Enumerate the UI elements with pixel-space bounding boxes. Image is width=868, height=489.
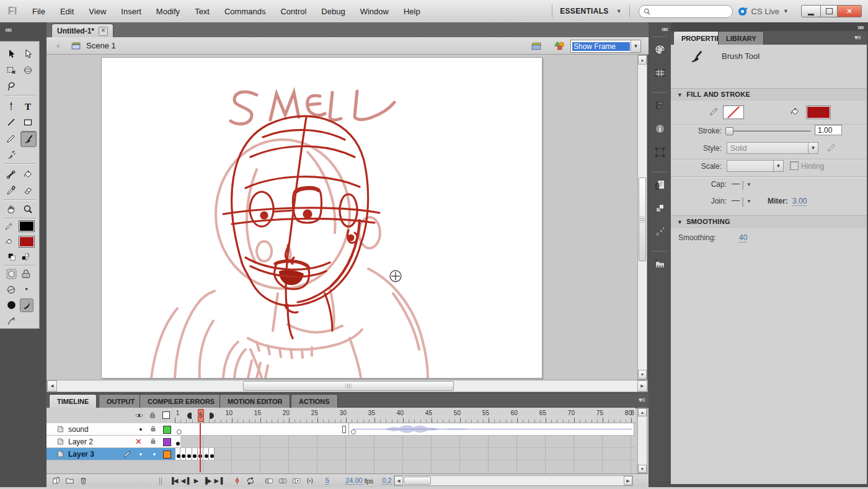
menu-insert[interactable]: Insert — [113, 1, 149, 22]
stage-zoom-select[interactable]: Show Frame ▼ — [570, 40, 641, 53]
layer-row-layer-2[interactable]: Layer 2✕ — [46, 436, 175, 448]
step-back-button[interactable]: ◀▐ — [179, 476, 190, 486]
onion-skin-icon[interactable] — [262, 475, 276, 487]
transform-panel-icon[interactable] — [652, 144, 668, 160]
lasso-tool[interactable] — [4, 79, 19, 94]
panel-menu-icon[interactable]: ▾≡ — [639, 396, 645, 404]
stroke-slider[interactable] — [727, 130, 811, 132]
smoothing-value[interactable]: 40 — [739, 233, 747, 243]
scroll-left-icon[interactable]: ◀ — [394, 476, 403, 485]
restore-button[interactable] — [821, 5, 838, 17]
play-button[interactable]: ▶ — [190, 476, 202, 486]
layer-lock-icon[interactable] — [149, 425, 157, 433]
outline-all-layers-icon[interactable] — [162, 411, 170, 419]
object-drawing-toggle[interactable] — [6, 269, 17, 279]
hinting-checkbox[interactable] — [790, 161, 799, 170]
info-panel-icon[interactable]: i — [652, 120, 668, 137]
text-tool[interactable]: T — [20, 99, 35, 114]
keyframe-cell-3[interactable] — [186, 448, 192, 460]
panel-menu-icon[interactable]: ▾≡ — [854, 34, 861, 42]
delete-layer-trash-icon[interactable] — [76, 475, 90, 487]
menu-window[interactable]: Window — [353, 1, 396, 22]
breadcrumb-scene[interactable]: Scene 1 — [86, 41, 116, 50]
chevron-down-icon[interactable]: ▼ — [746, 182, 751, 187]
bone-tool[interactable] — [4, 167, 19, 182]
pen-tool[interactable] — [4, 99, 19, 114]
layer-outline-color-swatch[interactable] — [163, 426, 171, 434]
horizontal-scroll-thumb[interactable] — [404, 477, 431, 485]
free-transform-tool[interactable] — [4, 63, 19, 78]
align-panel-icon[interactable] — [652, 97, 668, 113]
layer-name[interactable]: Layer 3 — [68, 450, 94, 459]
layer-hidden-x-icon[interactable]: ✕ — [135, 437, 142, 446]
swap-colors-button[interactable] — [21, 253, 30, 261]
frames-sound[interactable] — [175, 423, 636, 436]
snap-to-objects-toggle[interactable] — [6, 285, 16, 295]
scroll-down-icon[interactable]: ▼ — [638, 465, 647, 473]
scroll-right-icon[interactable]: ▶ — [624, 476, 632, 485]
edit-multiple-frames-icon[interactable] — [290, 475, 303, 487]
stroke-value-input[interactable]: 1.00 — [815, 125, 842, 135]
keyframe-cell-7[interactable] — [209, 448, 215, 460]
stage-horizontal-scrollbar[interactable]: ◀ ▶ — [46, 380, 648, 392]
swatches-panel-icon[interactable] — [652, 65, 668, 81]
keyframe-cell-4[interactable] — [192, 448, 198, 460]
layer-outline-color-swatch[interactable] — [163, 451, 171, 459]
timeline-vertical-scrollbar[interactable]: ▲ ▼ — [637, 408, 647, 473]
stage-vertical-scrollbar[interactable]: ▲ ▼ — [637, 55, 647, 380]
modify-markers-icon[interactable] — [303, 475, 317, 487]
motion-presets-panel-icon[interactable] — [652, 223, 668, 240]
layer-visible-dot[interactable] — [140, 428, 142, 431]
search-input[interactable] — [639, 5, 733, 18]
color-panel-icon[interactable] — [652, 41, 668, 57]
rectangle-tool[interactable] — [20, 115, 35, 130]
style-dropdown[interactable]: Solid ▼ — [727, 142, 818, 154]
layer-outline-color-swatch[interactable] — [163, 438, 171, 446]
zoom-tool[interactable] — [20, 202, 35, 217]
close-icon[interactable]: ✕ — [99, 27, 108, 36]
scroll-left-icon[interactable]: ◀ — [47, 380, 57, 392]
menu-debug[interactable]: Debug — [314, 1, 352, 22]
selection-tool[interactable] — [4, 47, 19, 61]
onion-marker-start[interactable] — [187, 413, 192, 419]
tab-actions[interactable]: ACTIONS — [291, 394, 338, 408]
paint-bucket-tool[interactable] — [20, 167, 35, 182]
tool-option-dot[interactable] — [24, 286, 30, 292]
horizontal-scroll-thumb[interactable] — [243, 381, 454, 391]
scroll-up-icon[interactable]: ▲ — [638, 55, 647, 65]
workspace-switcher-button[interactable]: ESSENTIALS — [556, 7, 612, 16]
brush-tool[interactable] — [20, 131, 37, 147]
menu-control[interactable]: Control — [273, 1, 314, 22]
keyframe-cell-1[interactable] — [175, 448, 180, 460]
stage-canvas[interactable] — [101, 57, 542, 379]
tab-library[interactable]: LIBRARY — [718, 31, 764, 45]
menu-help[interactable]: Help — [396, 1, 428, 22]
stroke-color-swatch[interactable] — [19, 220, 35, 232]
brush-shape-option[interactable] — [20, 298, 33, 312]
chevron-down-icon[interactable]: ▼ — [773, 161, 783, 171]
menu-edit[interactable]: Edit — [53, 1, 81, 22]
brush-size-option[interactable] — [6, 300, 17, 310]
close-button[interactable]: ✕ — [838, 5, 862, 17]
center-frame-icon[interactable] — [230, 475, 244, 487]
scale-dropdown[interactable]: ▼ — [727, 160, 784, 172]
frame-ruler[interactable]: 110152025303540455055606570758085 — [175, 408, 636, 423]
timeline-horizontal-scrollbar[interactable]: ◀ ▶ — [394, 475, 633, 486]
edit-stroke-style-icon[interactable] — [827, 143, 836, 152]
chevron-down-icon[interactable]: ▼ — [808, 143, 818, 153]
keyframe-cell-6[interactable] — [203, 448, 209, 460]
goto-first-frame-button[interactable]: ▐◀ — [168, 476, 179, 486]
frame-rate-value[interactable]: 24.00 — [345, 477, 363, 485]
subselection-tool[interactable] — [20, 47, 35, 61]
miter-value[interactable]: 3.00 — [792, 197, 807, 206]
layer-name[interactable]: sound — [68, 425, 89, 434]
show-hide-all-layers-icon[interactable] — [135, 411, 143, 419]
scroll-down-icon[interactable]: ▼ — [638, 370, 647, 379]
frames-layer-2[interactable] — [175, 436, 636, 448]
rotation-3d-tool[interactable] — [20, 63, 35, 78]
elapsed-time-value[interactable]: 0.2 — [382, 477, 391, 485]
layer-row-sound[interactable]: sound — [46, 423, 175, 436]
chevron-down-icon[interactable]: ▼ — [613, 8, 626, 14]
hand-tool[interactable] — [4, 202, 19, 217]
tab-timeline[interactable]: TIMELINE — [49, 394, 97, 408]
